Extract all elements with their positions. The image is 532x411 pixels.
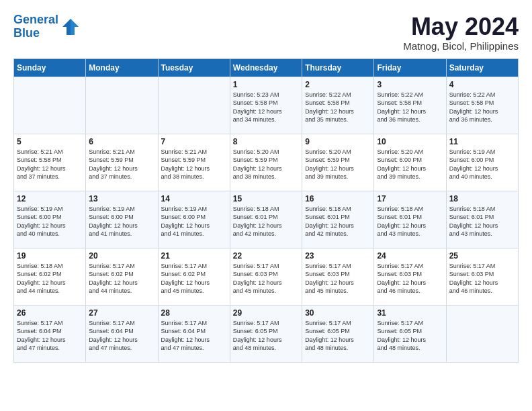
day-info: Sunrise: 5:21 AM Sunset: 5:59 PM Dayligh… xyxy=(161,148,227,181)
day-info: Sunrise: 5:17 AM Sunset: 6:03 PM Dayligh… xyxy=(377,262,443,295)
day-number: 20 xyxy=(89,251,154,261)
day-number: 17 xyxy=(377,194,443,203)
calendar-cell: 2Sunrise: 5:22 AM Sunset: 5:58 PM Daylig… xyxy=(302,77,374,134)
calendar-body: 1Sunrise: 5:23 AM Sunset: 5:58 PM Daylig… xyxy=(14,77,519,362)
day-number: 12 xyxy=(17,194,83,203)
logo: General Blue xyxy=(13,13,80,40)
day-number: 13 xyxy=(89,194,154,203)
day-info: Sunrise: 5:17 AM Sunset: 6:02 PM Dayligh… xyxy=(161,262,227,295)
calendar-cell: 28Sunrise: 5:17 AM Sunset: 6:04 PM Dayli… xyxy=(158,305,230,362)
calendar-cell: 13Sunrise: 5:19 AM Sunset: 6:00 PM Dayli… xyxy=(86,191,158,248)
day-number: 31 xyxy=(377,308,443,318)
day-number: 27 xyxy=(89,308,154,318)
calendar-cell: 22Sunrise: 5:17 AM Sunset: 6:03 PM Dayli… xyxy=(230,248,302,305)
calendar-cell: 25Sunrise: 5:17 AM Sunset: 6:03 PM Dayli… xyxy=(446,248,518,305)
day-info: Sunrise: 5:17 AM Sunset: 6:02 PM Dayligh… xyxy=(89,262,154,295)
calendar-cell: 5Sunrise: 5:21 AM Sunset: 5:58 PM Daylig… xyxy=(14,134,86,191)
day-number: 3 xyxy=(377,80,443,89)
calendar-cell: 30Sunrise: 5:17 AM Sunset: 6:05 PM Dayli… xyxy=(302,305,374,362)
day-number: 2 xyxy=(305,80,371,89)
calendar-cell: 16Sunrise: 5:18 AM Sunset: 6:01 PM Dayli… xyxy=(302,191,374,248)
calendar-cell: 24Sunrise: 5:17 AM Sunset: 6:03 PM Dayli… xyxy=(374,248,446,305)
day-number: 9 xyxy=(305,137,371,146)
logo-text: General Blue xyxy=(13,13,58,40)
day-info: Sunrise: 5:20 AM Sunset: 5:59 PM Dayligh… xyxy=(305,148,371,181)
calendar-cell: 11Sunrise: 5:19 AM Sunset: 6:00 PM Dayli… xyxy=(446,134,518,191)
day-number: 18 xyxy=(449,194,515,203)
day-info: Sunrise: 5:20 AM Sunset: 6:00 PM Dayligh… xyxy=(377,148,443,181)
calendar-cell: 12Sunrise: 5:19 AM Sunset: 6:00 PM Dayli… xyxy=(14,191,86,248)
calendar-cell: 19Sunrise: 5:18 AM Sunset: 6:02 PM Dayli… xyxy=(14,248,86,305)
day-info: Sunrise: 5:19 AM Sunset: 6:00 PM Dayligh… xyxy=(17,205,83,238)
day-number: 23 xyxy=(305,251,371,261)
day-number: 25 xyxy=(449,251,515,261)
day-info: Sunrise: 5:17 AM Sunset: 6:04 PM Dayligh… xyxy=(89,319,154,353)
calendar-cell: 15Sunrise: 5:18 AM Sunset: 6:01 PM Dayli… xyxy=(230,191,302,248)
calendar-cell: 3Sunrise: 5:22 AM Sunset: 5:58 PM Daylig… xyxy=(374,77,446,134)
day-number: 14 xyxy=(161,194,227,203)
day-info: Sunrise: 5:17 AM Sunset: 6:03 PM Dayligh… xyxy=(449,262,515,295)
day-info: Sunrise: 5:17 AM Sunset: 6:05 PM Dayligh… xyxy=(377,319,443,353)
day-info: Sunrise: 5:18 AM Sunset: 6:02 PM Dayligh… xyxy=(17,262,83,295)
day-number: 21 xyxy=(161,251,227,261)
calendar-week-row: 26Sunrise: 5:17 AM Sunset: 6:04 PM Dayli… xyxy=(14,305,519,362)
day-info: Sunrise: 5:18 AM Sunset: 6:01 PM Dayligh… xyxy=(449,205,515,238)
calendar-cell: 20Sunrise: 5:17 AM Sunset: 6:02 PM Dayli… xyxy=(86,248,158,305)
day-number: 8 xyxy=(233,137,299,146)
day-number: 16 xyxy=(305,194,371,203)
calendar-cell: 29Sunrise: 5:17 AM Sunset: 6:05 PM Dayli… xyxy=(230,305,302,362)
day-info: Sunrise: 5:17 AM Sunset: 6:04 PM Dayligh… xyxy=(161,319,227,353)
day-number: 22 xyxy=(233,251,299,261)
weekday-header-friday: Friday xyxy=(374,58,446,77)
calendar-cell: 27Sunrise: 5:17 AM Sunset: 6:04 PM Dayli… xyxy=(86,305,158,362)
calendar-cell: 9Sunrise: 5:20 AM Sunset: 5:59 PM Daylig… xyxy=(302,134,374,191)
day-info: Sunrise: 5:22 AM Sunset: 5:58 PM Dayligh… xyxy=(449,91,515,124)
weekday-header-tuesday: Tuesday xyxy=(158,58,230,77)
day-number: 29 xyxy=(233,308,299,318)
day-info: Sunrise: 5:17 AM Sunset: 6:03 PM Dayligh… xyxy=(233,262,299,295)
calendar-cell: 21Sunrise: 5:17 AM Sunset: 6:02 PM Dayli… xyxy=(158,248,230,305)
calendar-table: SundayMondayTuesdayWednesdayThursdayFrid… xyxy=(13,58,519,363)
calendar-cell xyxy=(14,77,86,134)
calendar-cell xyxy=(158,77,230,134)
day-info: Sunrise: 5:17 AM Sunset: 6:05 PM Dayligh… xyxy=(305,319,371,353)
title-block: May 2024 Matnog, Bicol, Philippines xyxy=(403,13,519,52)
day-number: 24 xyxy=(377,251,443,261)
calendar-header-row: SundayMondayTuesdayWednesdayThursdayFrid… xyxy=(14,58,519,77)
day-info: Sunrise: 5:22 AM Sunset: 5:58 PM Dayligh… xyxy=(377,91,443,124)
calendar-week-row: 12Sunrise: 5:19 AM Sunset: 6:00 PM Dayli… xyxy=(14,191,519,248)
day-number: 1 xyxy=(233,80,299,89)
day-number: 10 xyxy=(377,137,443,146)
page-header: General Blue May 2024 Matnog, Bicol, Phi… xyxy=(13,13,519,52)
calendar-week-row: 5Sunrise: 5:21 AM Sunset: 5:58 PM Daylig… xyxy=(14,134,519,191)
day-info: Sunrise: 5:18 AM Sunset: 6:01 PM Dayligh… xyxy=(305,205,371,238)
day-number: 4 xyxy=(449,80,515,89)
weekday-header-monday: Monday xyxy=(86,58,158,77)
day-number: 26 xyxy=(17,308,83,318)
svg-marker-1 xyxy=(71,19,79,35)
calendar-cell: 31Sunrise: 5:17 AM Sunset: 6:05 PM Dayli… xyxy=(374,305,446,362)
calendar-cell: 26Sunrise: 5:17 AM Sunset: 6:04 PM Dayli… xyxy=(14,305,86,362)
day-info: Sunrise: 5:19 AM Sunset: 6:00 PM Dayligh… xyxy=(449,148,515,181)
day-info: Sunrise: 5:20 AM Sunset: 5:59 PM Dayligh… xyxy=(233,148,299,181)
day-number: 11 xyxy=(449,137,515,146)
calendar-cell: 7Sunrise: 5:21 AM Sunset: 5:59 PM Daylig… xyxy=(158,134,230,191)
calendar-cell: 17Sunrise: 5:18 AM Sunset: 6:01 PM Dayli… xyxy=(374,191,446,248)
day-info: Sunrise: 5:19 AM Sunset: 6:00 PM Dayligh… xyxy=(161,205,227,238)
sub-title: Matnog, Bicol, Philippines xyxy=(403,40,519,52)
calendar-cell: 14Sunrise: 5:19 AM Sunset: 6:00 PM Dayli… xyxy=(158,191,230,248)
calendar-cell: 1Sunrise: 5:23 AM Sunset: 5:58 PM Daylig… xyxy=(230,77,302,134)
calendar-cell: 23Sunrise: 5:17 AM Sunset: 6:03 PM Dayli… xyxy=(302,248,374,305)
day-number: 5 xyxy=(17,137,83,146)
weekday-header-saturday: Saturday xyxy=(446,58,518,77)
day-number: 6 xyxy=(89,137,154,146)
calendar-cell: 6Sunrise: 5:21 AM Sunset: 5:59 PM Daylig… xyxy=(86,134,158,191)
day-info: Sunrise: 5:19 AM Sunset: 6:00 PM Dayligh… xyxy=(89,205,154,238)
calendar-week-row: 19Sunrise: 5:18 AM Sunset: 6:02 PM Dayli… xyxy=(14,248,519,305)
day-info: Sunrise: 5:23 AM Sunset: 5:58 PM Dayligh… xyxy=(233,91,299,124)
day-number: 28 xyxy=(161,308,227,318)
logo-icon xyxy=(61,17,80,36)
calendar-week-row: 1Sunrise: 5:23 AM Sunset: 5:58 PM Daylig… xyxy=(14,77,519,134)
calendar-cell: 4Sunrise: 5:22 AM Sunset: 5:58 PM Daylig… xyxy=(446,77,518,134)
day-number: 30 xyxy=(305,308,371,318)
